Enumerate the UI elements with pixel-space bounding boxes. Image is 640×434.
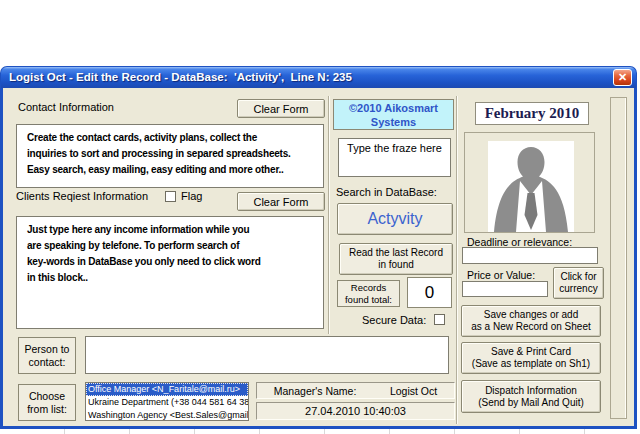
window-title: Logist Oct - Edit the Record - DataBase:… bbox=[9, 66, 352, 89]
dispatch-button[interactable]: Dispatch Information (Send by Mail And Q… bbox=[461, 380, 601, 413]
month-header: February 2010 bbox=[475, 102, 589, 125]
records-found-value: 0 bbox=[407, 277, 452, 308]
person-to-contact-field[interactable] bbox=[85, 336, 449, 374]
request-section-label: Clients Reqiest Information bbox=[16, 190, 148, 202]
save-print-button[interactable]: Save & Print Card (Save as template on S… bbox=[461, 342, 601, 374]
save-record-button[interactable]: Save changes or add as a New Record on S… bbox=[461, 305, 601, 337]
close-icon[interactable]: ✕ bbox=[613, 69, 632, 86]
read-last-record-button[interactable]: Read the last Record in found bbox=[339, 243, 453, 275]
datetime-value: 27.04.2010 10:40:03 bbox=[305, 405, 406, 417]
right-side-panel bbox=[610, 97, 627, 419]
secure-data-label: Secure Data: bbox=[362, 314, 426, 326]
contact-listbox[interactable]: Office Manager <N_Faritale@mail.ru> Ukra… bbox=[85, 382, 249, 421]
screenshot-root: Logist Oct - Edit the Record - DataBase:… bbox=[0, 0, 640, 434]
manager-name-panel: Manager's Name: Logist Oct bbox=[256, 382, 455, 399]
list-item[interactable]: Washington Agency <Best.Sales@gmail.c bbox=[86, 409, 248, 421]
spreadsheet-gridlines bbox=[0, 429, 640, 434]
flag-label: Flag bbox=[181, 190, 202, 202]
person-silhouette-image bbox=[488, 141, 574, 232]
vertical-divider-right bbox=[456, 96, 458, 424]
contact-notes-textarea[interactable]: Create the contact cards, activity plans… bbox=[16, 124, 324, 188]
deadline-field[interactable] bbox=[462, 247, 598, 264]
clear-request-form-button[interactable]: Clear Form bbox=[237, 192, 325, 211]
brand-banner: ©2010 Aikosmart Systems bbox=[333, 99, 454, 130]
person-to-contact-label: Person to contact: bbox=[18, 337, 76, 374]
records-found-label: Records found total: bbox=[337, 280, 400, 307]
list-item[interactable]: Ukraine Department (+38 044 581 64 38) bbox=[86, 396, 248, 409]
activity-search-button[interactable]: Actyvity bbox=[337, 203, 453, 235]
vertical-divider-left bbox=[328, 96, 330, 334]
request-notes-textarea[interactable]: Just type here any income information wh… bbox=[16, 216, 324, 329]
datetime-panel: 27.04.2010 10:40:03 bbox=[256, 402, 455, 420]
search-section-label: Search in DataBase: bbox=[336, 186, 437, 198]
flag-checkbox[interactable] bbox=[165, 191, 176, 202]
clear-contact-form-button[interactable]: Clear Form bbox=[237, 99, 325, 118]
price-label: Price or Value: bbox=[467, 269, 535, 281]
portrait-frame bbox=[464, 132, 595, 233]
price-field[interactable] bbox=[462, 281, 548, 297]
search-phrase-input[interactable]: Type the fraze here bbox=[338, 138, 451, 177]
manager-name-value: Logist Oct bbox=[390, 385, 437, 397]
contact-section-label: Contact Information bbox=[18, 101, 114, 113]
choose-from-list-label: Choose from list: bbox=[18, 384, 76, 421]
secure-data-checkbox[interactable] bbox=[434, 314, 445, 325]
currency-button[interactable]: Click for currency bbox=[553, 267, 604, 299]
list-item[interactable]: Office Manager <N_Faritale@mail.ru> bbox=[86, 383, 248, 396]
manager-name-label: Manager's Name: bbox=[274, 385, 357, 397]
